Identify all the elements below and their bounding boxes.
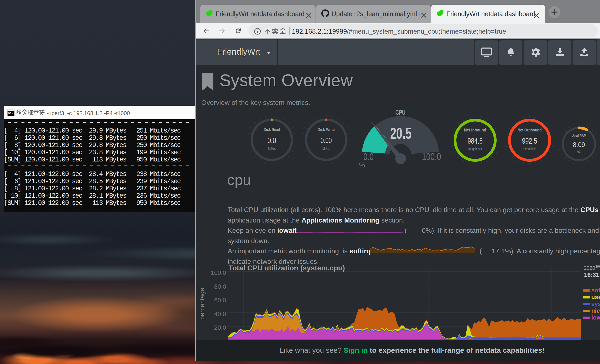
svg-text:C:\: C:\ (8, 112, 13, 115)
